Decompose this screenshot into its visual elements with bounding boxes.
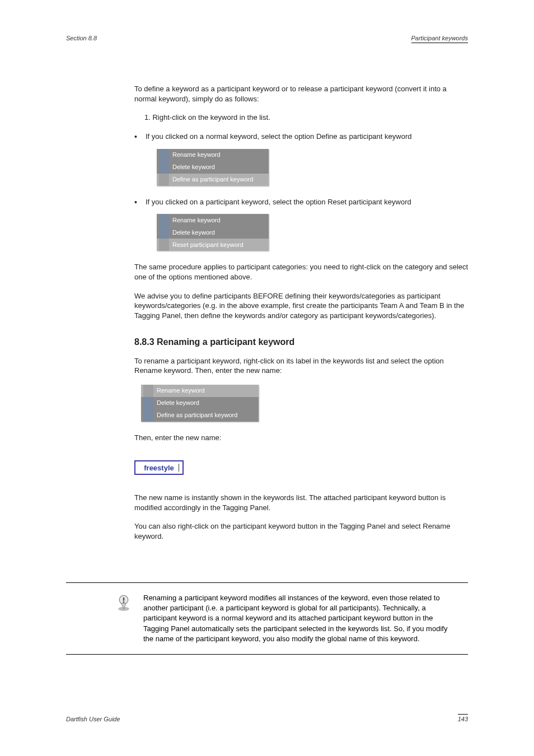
context-menu-reset: Rename keyword Delete keyword Reset part… <box>157 214 269 251</box>
bullet-1-text: If you clicked on a normal keyword, sele… <box>146 132 470 142</box>
bullet-dot: • <box>134 132 146 142</box>
footer-page: 143 <box>458 714 468 722</box>
rename-last-para: You can also right-click on the particip… <box>134 521 470 541</box>
menu-item-define-participant[interactable]: Define as participant keyword <box>157 174 269 186</box>
callout-text: Renaming a participant keyword modifies … <box>143 593 468 644</box>
context-menu-define: Rename keyword Delete keyword Define as … <box>157 149 269 186</box>
menu-item-delete[interactable]: Delete keyword <box>157 226 269 239</box>
svg-point-2 <box>123 601 125 603</box>
intro-text: To define a keyword as a participant key… <box>134 84 470 104</box>
tip-text: We advise you to define participants BEF… <box>134 291 470 321</box>
step-1: 1. Right-click on the keyword in the lis… <box>144 113 470 123</box>
warning-icon <box>114 593 133 612</box>
menu-item-rename[interactable]: Rename keyword <box>157 214 269 226</box>
header-section: Section 8.8 <box>66 35 468 41</box>
footer-product: Dartfish User Guide <box>66 716 120 722</box>
rename-then-text: Then, enter the new name: <box>134 433 470 443</box>
bullet-2-text: If you clicked on a participant keyword,… <box>146 197 470 207</box>
rename-instructions: To rename a participant keyword, right-c… <box>134 356 470 376</box>
note-after-bullets: The same procedure applies to participan… <box>134 262 470 282</box>
rename-input[interactable]: freestyle <box>134 460 184 475</box>
callout-block: Renaming a participant keyword modifies … <box>66 582 468 655</box>
rename-heading: 8.8.3 Renaming a participant keyword <box>134 336 470 348</box>
svg-rect-1 <box>123 598 125 601</box>
header-title: Participant keywords <box>411 35 469 43</box>
menu-item-delete[interactable]: Delete keyword <box>141 397 259 409</box>
menu-item-reset-participant[interactable]: Reset participant keyword <box>157 239 269 251</box>
rename-after-para: The new name is instantly shown in the k… <box>134 493 470 512</box>
menu-item-rename-highlighted[interactable]: Rename keyword <box>141 385 259 397</box>
context-menu-rename: Rename keyword Delete keyword Define as … <box>141 385 259 422</box>
menu-item-define-participant[interactable]: Define as participant keyword <box>141 409 259 422</box>
bullet-dot: • <box>134 197 146 208</box>
menu-item-rename[interactable]: Rename keyword <box>157 149 269 161</box>
menu-item-delete[interactable]: Delete keyword <box>157 161 269 174</box>
